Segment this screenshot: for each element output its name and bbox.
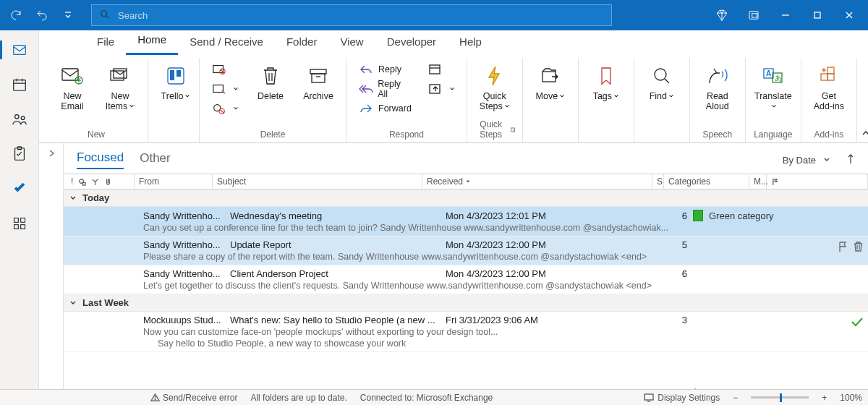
cleanup-button[interactable] <box>207 80 243 98</box>
read-aloud-icon <box>705 64 730 88</box>
svg-rect-34 <box>213 85 224 93</box>
tab-developer[interactable]: Developer <box>375 30 448 55</box>
search-box[interactable] <box>91 4 612 26</box>
collapse-ribbon-icon[interactable] <box>857 126 868 142</box>
nav-todo[interactable] <box>7 178 32 200</box>
translate-icon: Aあ <box>761 64 786 88</box>
share-icon <box>427 81 443 97</box>
col-subject[interactable]: Subject <box>213 174 422 189</box>
svg-rect-43 <box>430 85 440 93</box>
read-aloud-button[interactable]: ReadAloud <box>697 59 738 112</box>
svg-rect-18 <box>14 218 18 223</box>
undo-icon[interactable] <box>32 5 52 25</box>
quick-steps-button[interactable]: QuickSteps <box>475 59 515 112</box>
nav-more-apps[interactable] <box>7 213 32 234</box>
tab-help[interactable]: Help <box>448 30 493 55</box>
nav-calendar[interactable] <box>7 74 32 95</box>
trello-button[interactable]: Trello <box>156 59 196 101</box>
tags-button[interactable]: Tags <box>586 59 626 101</box>
tab-view[interactable]: View <box>328 30 375 55</box>
maximize-button[interactable] <box>801 0 833 30</box>
group-last-week[interactable]: Last Week <box>64 294 868 312</box>
col-categories[interactable]: Categories <box>664 174 749 189</box>
meeting-button[interactable] <box>423 61 459 78</box>
title-bar <box>0 0 868 30</box>
translate-button[interactable]: Aあ Translate <box>753 59 793 112</box>
zoom-value: 100% <box>840 393 862 403</box>
svg-rect-30 <box>176 70 181 77</box>
search-input[interactable] <box>118 10 604 21</box>
category-swatch[interactable] <box>693 210 703 221</box>
svg-line-37 <box>220 109 224 113</box>
forward-button[interactable]: Forward <box>354 100 416 117</box>
tab-home[interactable]: Home <box>126 27 178 55</box>
svg-rect-53 <box>827 74 834 80</box>
group-today[interactable]: Today <box>64 189 868 207</box>
junk-button[interactable] <box>207 100 243 117</box>
col-size[interactable]: S <box>652 174 664 189</box>
svg-rect-38 <box>310 69 326 74</box>
expand-folder-pane[interactable] <box>39 143 64 389</box>
minimize-button[interactable] <box>770 0 801 30</box>
group-addins-label: Add-ins <box>809 129 849 141</box>
svg-rect-54 <box>827 67 834 74</box>
message-row[interactable]: Mockuuups Stud...What's new: Say hello t… <box>64 312 868 352</box>
new-items-button[interactable]: NewItems <box>100 59 140 112</box>
ignore-icon <box>211 61 227 77</box>
coming-soon-icon[interactable] <box>738 0 770 30</box>
junk-icon <box>211 101 227 116</box>
ignore-button[interactable] <box>207 61 243 78</box>
nav-tasks[interactable] <box>7 143 32 165</box>
nav-mail[interactable] <box>7 39 32 61</box>
svg-line-47 <box>665 79 669 83</box>
qat-dropdown-icon[interactable] <box>58 5 78 25</box>
col-mentions[interactable]: M... <box>749 174 767 189</box>
display-settings[interactable]: Display Settings <box>644 393 720 403</box>
zoom-slider[interactable] <box>751 396 809 398</box>
refresh-icon[interactable] <box>6 5 26 25</box>
move-icon <box>538 64 563 88</box>
quick-steps-icon <box>482 64 507 88</box>
sort-by-date[interactable]: By Date <box>783 155 830 166</box>
group-quicksteps-label: Quick Steps <box>475 119 515 141</box>
forward-icon <box>358 101 374 116</box>
reply-button[interactable]: Reply <box>354 61 416 78</box>
message-row[interactable]: Sandy Writtenho...Client Anderson Projec… <box>64 265 868 294</box>
svg-rect-27 <box>114 69 127 78</box>
zoom-in[interactable]: + <box>822 393 827 403</box>
delete-icon <box>258 64 283 88</box>
message-row[interactable]: Sandy Writtenho...Update ReportMon 4/3/2… <box>64 236 868 265</box>
cleanup-icon <box>211 81 227 97</box>
message-row[interactable]: Sandy Writtenho...Wednesday's meetingMon… <box>64 207 868 236</box>
svg-rect-39 <box>312 74 325 82</box>
find-button[interactable]: Find <box>642 59 682 101</box>
tab-file[interactable]: File <box>85 30 126 55</box>
focused-tab[interactable]: Focused <box>77 150 124 169</box>
zoom-out[interactable]: − <box>733 393 738 403</box>
close-button[interactable] <box>833 0 865 30</box>
status-error[interactable]: Send/Receive error <box>150 393 237 403</box>
flag-icon[interactable] <box>837 241 848 255</box>
tab-send-receive[interactable]: Send / Receive <box>178 30 275 55</box>
col-received[interactable]: Received <box>422 174 652 189</box>
premium-icon[interactable] <box>706 0 738 30</box>
sort-reverse-icon[interactable] <box>846 153 855 167</box>
reply-all-button[interactable]: Reply All <box>354 80 416 98</box>
col-flag[interactable] <box>767 174 868 189</box>
col-from[interactable]: From <box>135 174 213 189</box>
new-email-button[interactable]: NewEmail <box>52 59 93 112</box>
archive-button[interactable]: Archive <box>298 59 339 101</box>
other-tab[interactable]: Other <box>140 151 171 169</box>
nav-people[interactable] <box>7 108 32 130</box>
group-respond-label: Respond <box>354 129 459 141</box>
delete-row-icon[interactable] <box>853 241 864 255</box>
done-icon[interactable] <box>851 316 864 330</box>
delete-button[interactable]: Delete <box>250 59 291 101</box>
move-button[interactable]: Move <box>530 59 571 101</box>
get-addins-button[interactable]: GetAdd-ins <box>809 59 849 112</box>
group-new-label: New <box>52 129 140 141</box>
status-uptodate: All folders are up to date. <box>250 393 346 403</box>
col-icons[interactable]: ! <box>64 174 135 189</box>
tab-folder[interactable]: Folder <box>275 30 329 55</box>
share-button[interactable] <box>423 80 459 98</box>
